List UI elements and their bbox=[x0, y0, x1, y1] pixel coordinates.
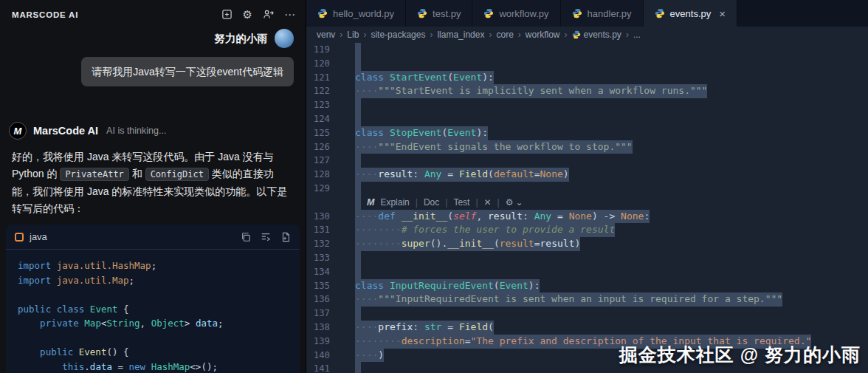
inline-code-privateattr: PrivateAttr bbox=[60, 168, 128, 181]
insert-at-cursor-icon[interactable] bbox=[261, 232, 271, 242]
tab-hello_world.py[interactable]: hello_world.py bbox=[306, 0, 406, 27]
code-line-131[interactable]: 131········# forces the user to provide … bbox=[306, 223, 868, 237]
code-line-134[interactable]: 134 bbox=[306, 265, 868, 279]
code-line-137[interactable]: 137 bbox=[306, 307, 868, 321]
code-line-128[interactable]: 128····result: Any = Field(default=None) bbox=[306, 168, 868, 182]
line-number[interactable]: 122 bbox=[306, 84, 340, 98]
line-number[interactable]: 120 bbox=[306, 57, 340, 71]
tab-label: hello_world.py bbox=[333, 8, 394, 19]
new-file-icon[interactable] bbox=[280, 232, 291, 242]
assistant-name: MarsCode AI bbox=[33, 125, 98, 137]
line-number[interactable]: 130 bbox=[306, 210, 340, 224]
code-line-124[interactable]: 124 bbox=[306, 112, 868, 126]
panel-title: MARSCODE AI bbox=[12, 10, 78, 19]
python-icon bbox=[483, 8, 494, 18]
widget-settings-icon[interactable]: ⚙ bbox=[506, 196, 514, 210]
line-number[interactable]: 141 bbox=[306, 362, 340, 373]
assistant-header: M MarsCode AI AI is thinking... bbox=[0, 122, 306, 140]
inline-widget-row: MExplain|Doc|Test|✕|⚙⌄ bbox=[306, 196, 868, 210]
copy-icon[interactable] bbox=[241, 232, 251, 242]
line-number[interactable]: 126 bbox=[306, 140, 340, 154]
code-line-132[interactable]: 132········super().__init__(result=resul… bbox=[306, 237, 868, 251]
line-number[interactable]: 124 bbox=[306, 112, 340, 126]
chat-header: MARSCODE AI ⚙ ⋯ bbox=[0, 0, 306, 23]
breadcrumb-item[interactable]: llama_index bbox=[437, 30, 484, 40]
breadcrumb-item[interactable]: workflow bbox=[526, 30, 560, 40]
line-number[interactable]: 133 bbox=[306, 251, 340, 265]
breadcrumb-item[interactable]: venv bbox=[317, 30, 335, 40]
chat-header-icons: ⚙ ⋯ bbox=[221, 9, 295, 20]
chat-code-line: this.data = new HashMap<>(); bbox=[18, 360, 288, 373]
code-line-141[interactable]: 141 bbox=[306, 362, 868, 373]
code-line-125[interactable]: 125class StopEvent(Event): bbox=[306, 126, 868, 140]
tab-label: events.py bbox=[670, 8, 712, 19]
tab-workflow.py[interactable]: workflow.py bbox=[472, 0, 560, 27]
code-line-140[interactable]: 140····) bbox=[306, 349, 868, 363]
line-number[interactable]: 128 bbox=[306, 168, 340, 182]
tab-handler.py[interactable]: handler.py bbox=[561, 0, 644, 27]
close-icon[interactable]: × bbox=[719, 8, 726, 19]
widget-close-icon[interactable]: ✕ bbox=[484, 196, 492, 210]
widget-doc-button[interactable]: Doc bbox=[424, 196, 439, 210]
gear-icon[interactable]: ⚙ bbox=[243, 9, 252, 20]
user-message: 请帮我用Java转写一下这段event代码逻辑 bbox=[81, 57, 294, 86]
line-number[interactable]: 121 bbox=[306, 71, 340, 85]
line-number[interactable]: 131 bbox=[306, 223, 340, 237]
chat-code-line bbox=[18, 287, 288, 302]
widget-test-button[interactable]: Test bbox=[453, 196, 469, 210]
python-icon bbox=[572, 8, 582, 18]
new-chat-icon[interactable] bbox=[221, 9, 232, 20]
code-area: 119120121class StartEvent(Event):122····… bbox=[306, 43, 868, 373]
user-name: 努力的小雨 bbox=[215, 32, 269, 46]
more-icon[interactable]: ⋯ bbox=[284, 9, 295, 20]
code-line-121[interactable]: 121class StartEvent(Event): bbox=[306, 71, 868, 85]
line-number[interactable]: 136 bbox=[306, 292, 340, 307]
widget-explain-button[interactable]: Explain bbox=[380, 196, 409, 210]
code-line-120[interactable]: 120 bbox=[306, 57, 868, 71]
code-line-139[interactable]: 139········description="The prefix and d… bbox=[306, 335, 868, 349]
line-number[interactable]: 132 bbox=[306, 237, 340, 251]
code-line-123[interactable]: 123 bbox=[306, 98, 868, 112]
tab-label: test.py bbox=[433, 8, 461, 19]
user-avatar[interactable] bbox=[275, 29, 294, 48]
line-number[interactable]: 119 bbox=[306, 43, 340, 57]
breadcrumb-item[interactable]: ... bbox=[633, 30, 641, 40]
python-icon bbox=[317, 8, 328, 18]
line-number[interactable]: 135 bbox=[306, 279, 340, 293]
breadcrumb-item[interactable]: events.py bbox=[572, 30, 621, 40]
share-profile-icon[interactable] bbox=[263, 9, 274, 20]
breadcrumb-item[interactable]: Lib bbox=[347, 30, 359, 40]
java-lang-icon bbox=[15, 233, 24, 242]
line-number[interactable]: 125 bbox=[306, 126, 340, 140]
chat-code-line: public Event() { bbox=[18, 345, 288, 360]
code-line-135[interactable]: 135class InputRequiredEvent(Event): bbox=[306, 279, 868, 293]
line-number[interactable]: 127 bbox=[306, 154, 340, 168]
breadcrumb-item[interactable]: site-packages bbox=[371, 30, 425, 40]
code-line-136[interactable]: 136····"""InputRequiredEvent is sent whe… bbox=[306, 292, 868, 307]
chevron-right-icon: › bbox=[518, 30, 521, 40]
code-block-actions bbox=[241, 232, 291, 242]
inline-ai-toolbar: MExplain|Doc|Test|✕|⚙⌄ bbox=[367, 196, 523, 210]
tab-events.py[interactable]: events.py× bbox=[644, 0, 737, 27]
answer-text: 和 bbox=[129, 168, 145, 179]
code-line-130[interactable]: 130····def __init__(self, result: Any = … bbox=[306, 210, 868, 224]
code-line-119[interactable]: 119 bbox=[306, 43, 868, 57]
line-number[interactable]: 137 bbox=[306, 307, 340, 321]
line-number[interactable]: 138 bbox=[306, 321, 340, 335]
line-number[interactable]: 123 bbox=[306, 98, 340, 112]
line-number[interactable]: 129 bbox=[306, 182, 340, 196]
chevron-right-icon: › bbox=[489, 30, 492, 40]
line-number[interactable]: 134 bbox=[306, 265, 340, 279]
breadcrumb-item[interactable]: core bbox=[496, 30, 513, 40]
tab-test.py[interactable]: test.py bbox=[406, 0, 472, 27]
code-line-122[interactable]: 122····"""StartEvent is implicitly sent … bbox=[306, 84, 868, 98]
line-number[interactable]: 139 bbox=[306, 335, 340, 349]
code-line-133[interactable]: 133 bbox=[306, 251, 868, 265]
code-line-129[interactable]: 129 bbox=[306, 182, 868, 196]
python-icon bbox=[655, 8, 665, 18]
code-line-127[interactable]: 127 bbox=[306, 154, 868, 168]
code-line-138[interactable]: 138····prefix: str = Field( bbox=[306, 321, 868, 335]
line-number[interactable]: 140 bbox=[306, 349, 340, 363]
breadcrumb: venv›Lib›site-packages›llama_index›core›… bbox=[306, 27, 868, 43]
code-line-126[interactable]: 126····"""EndEvent signals the workflow … bbox=[306, 140, 868, 154]
